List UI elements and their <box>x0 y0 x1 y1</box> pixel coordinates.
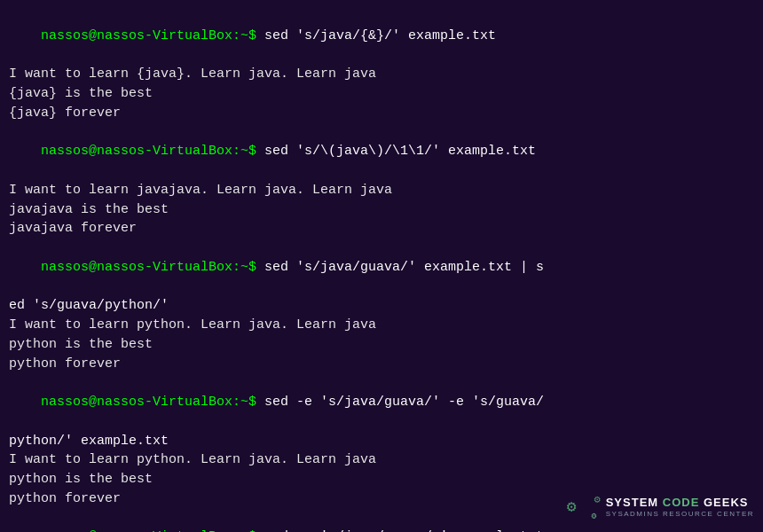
brand-subtitle: SYSADMINS RESOURCE CENTER <box>606 510 754 519</box>
gear-medium-icon: ⚙ <box>594 493 600 506</box>
gear-large-icon: ⚙ <box>567 499 577 515</box>
terminal-line-2: nassos@nassos-VirtualBox:~$ sed 's/\(jav… <box>9 123 754 181</box>
terminal-window: nassos@nassos-VirtualBox:~$ sed 's/java/… <box>0 0 763 532</box>
brand-text: SYSTEM CODE GEEKS SYSADMINS RESOURCE CEN… <box>606 496 754 518</box>
prompt-3: nassos@nassos-VirtualBox:~$ <box>41 260 264 275</box>
prompt-2: nassos@nassos-VirtualBox:~$ <box>41 144 264 159</box>
output-line-3: {java} forever <box>9 104 754 123</box>
output-line-9: python forever <box>9 355 754 374</box>
terminal-line-4: nassos@nassos-VirtualBox:~$ sed -e 's/ja… <box>9 373 754 431</box>
gear-cluster-icon: ⚙ ⚙ ⚙ <box>567 493 601 521</box>
prompt-1: nassos@nassos-VirtualBox:~$ <box>41 28 264 43</box>
watermark: ⚙ ⚙ ⚙ SYSTEM CODE GEEKS SYSADMINS RESOUR… <box>567 493 754 521</box>
command-3-wrap: ed 's/guava/python/' <box>9 296 754 316</box>
output-line-11: python is the best <box>9 470 754 489</box>
output-line-1: I want to learn {java}. Learn java. Lear… <box>9 65 754 84</box>
output-line-7: I want to learn python. Learn java. Lear… <box>9 316 754 335</box>
command-1: sed 's/java/{&}/' example.txt <box>264 28 496 43</box>
output-line-8: python is the best <box>9 335 754 355</box>
command-4-wrap: python/' example.txt <box>9 432 754 451</box>
terminal-line-1: nassos@nassos-VirtualBox:~$ sed 's/java/… <box>9 7 754 65</box>
gear-small-icon: ⚙ <box>592 511 597 521</box>
output-line-5: javajava is the best <box>9 200 754 220</box>
command-3: sed 's/java/guava/' example.txt | s <box>264 260 544 275</box>
brand-name: SYSTEM CODE GEEKS <box>606 496 749 510</box>
output-line-2: {java} is the best <box>9 84 754 104</box>
command-4: sed -e 's/java/guava/' -e 's/guava/ <box>264 395 544 410</box>
command-2: sed 's/\(java\)/\1\1/' example.txt <box>264 144 536 159</box>
brand-code: CODE <box>663 496 700 509</box>
prompt-4: nassos@nassos-VirtualBox:~$ <box>41 395 264 410</box>
watermark-logo: ⚙ ⚙ ⚙ SYSTEM CODE GEEKS SYSADMINS RESOUR… <box>567 493 754 521</box>
terminal-line-3: nassos@nassos-VirtualBox:~$ sed 's/java/… <box>9 239 754 296</box>
output-line-10: I want to learn python. Learn java. Lear… <box>9 450 754 470</box>
output-line-6: javajava forever <box>9 219 754 239</box>
output-line-4: I want to learn javajava. Learn java. Le… <box>9 181 754 200</box>
